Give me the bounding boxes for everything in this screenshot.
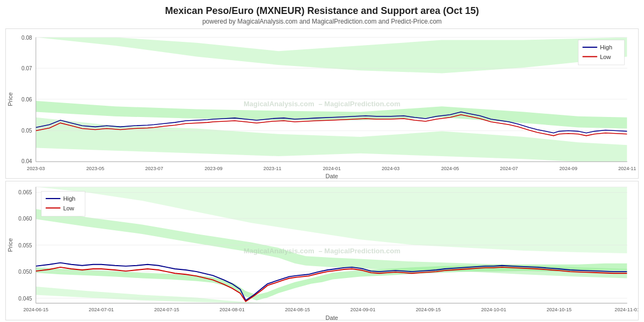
charts-container: MagicalAnalysis.com – MagicalPrediction.… xyxy=(5,28,639,320)
svg-text:2024-08-01: 2024-08-01 xyxy=(219,308,245,313)
svg-text:2024-08-15: 2024-08-15 xyxy=(285,308,310,313)
svg-text:2024-06-15: 2024-06-15 xyxy=(23,308,48,313)
svg-text:Low: Low xyxy=(600,54,611,60)
svg-text:High: High xyxy=(63,195,76,202)
svg-text:2024-01: 2024-01 xyxy=(323,166,341,171)
chart-bottom: MagicalAnalysis.com – MagicalPrediction.… xyxy=(5,181,639,320)
chart-top: MagicalAnalysis.com – MagicalPrediction.… xyxy=(5,28,639,179)
svg-text:2024-07-15: 2024-07-15 xyxy=(154,308,179,313)
svg-text:2024-10-15: 2024-10-15 xyxy=(546,308,572,313)
svg-text:2023-09: 2023-09 xyxy=(204,166,222,171)
svg-text:Price: Price xyxy=(7,238,13,252)
svg-text:0.08: 0.08 xyxy=(21,35,32,41)
svg-text:2023-03: 2023-03 xyxy=(27,166,45,171)
svg-text:0.055: 0.055 xyxy=(18,243,32,248)
svg-text:0.050: 0.050 xyxy=(18,269,32,275)
chart-top-svg: 0.08 0.07 0.06 0.05 0.04 Price 2023-03 2… xyxy=(6,29,638,178)
svg-text:2024-09-01: 2024-09-01 xyxy=(350,308,376,313)
svg-text:0.05: 0.05 xyxy=(21,128,32,134)
svg-text:2024-07-01: 2024-07-01 xyxy=(89,308,114,313)
main-title: Mexican Peso/Euro (MXNEUR) Resistance an… xyxy=(165,5,479,17)
svg-text:Low: Low xyxy=(63,205,75,211)
svg-text:Price: Price xyxy=(7,92,13,106)
svg-text:0.06: 0.06 xyxy=(21,97,32,103)
svg-text:0.045: 0.045 xyxy=(18,296,32,302)
svg-text:2024-11: 2024-11 xyxy=(618,166,636,171)
chart-bottom-svg: 0.065 0.060 0.055 0.050 0.045 Price 2024… xyxy=(6,181,638,320)
svg-text:Date: Date xyxy=(325,173,338,178)
svg-text:2023-11: 2023-11 xyxy=(264,166,281,171)
svg-text:2024-09: 2024-09 xyxy=(559,166,577,171)
svg-text:2023-05: 2023-05 xyxy=(86,166,104,171)
page-wrapper: Mexican Peso/Euro (MXNEUR) Resistance an… xyxy=(0,0,644,322)
svg-text:2023-07: 2023-07 xyxy=(145,166,163,171)
svg-text:2024-07: 2024-07 xyxy=(500,166,518,171)
svg-text:0.060: 0.060 xyxy=(18,216,32,222)
svg-text:2024-09-15: 2024-09-15 xyxy=(416,308,441,313)
svg-text:Date: Date xyxy=(325,314,338,320)
subtitle: powered by MagicalAnalysis.com and Magic… xyxy=(202,18,442,25)
svg-text:2024-10-01: 2024-10-01 xyxy=(481,308,507,313)
svg-text:High: High xyxy=(600,44,612,50)
svg-text:0.07: 0.07 xyxy=(21,65,32,71)
svg-text:2024-03: 2024-03 xyxy=(382,166,399,171)
svg-text:2024-05: 2024-05 xyxy=(441,166,459,171)
svg-text:0.04: 0.04 xyxy=(21,158,32,164)
svg-text:2024-11-01: 2024-11-01 xyxy=(614,308,638,313)
svg-text:0.065: 0.065 xyxy=(18,189,32,195)
